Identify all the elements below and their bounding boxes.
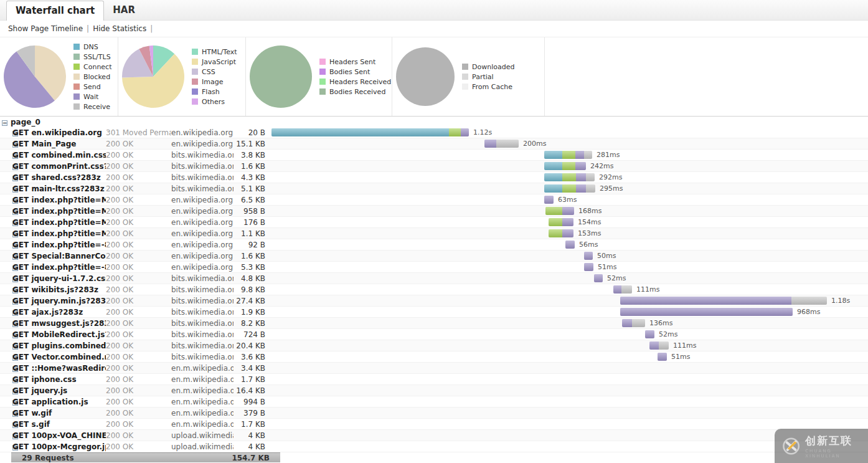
table-row[interactable]: +GET MobileRedirect.js?200 OKbits.wikime… xyxy=(0,329,868,340)
segment-connect xyxy=(549,218,562,226)
segment-wait xyxy=(562,229,573,237)
request-size: 4 KB xyxy=(234,442,270,451)
segment-wait xyxy=(658,353,667,361)
table-row[interactable]: +GET Vector.combined.m200 OKbits.wikimed… xyxy=(0,351,868,363)
total-requests: 29 Requests xyxy=(11,454,188,462)
request-size: 27.4 KB xyxy=(234,297,270,305)
request-size: 994 B xyxy=(234,398,270,406)
segment-wait xyxy=(576,173,586,181)
table-row[interactable]: +GET combined.min.css?200 OKbits.wikimed… xyxy=(0,150,868,161)
bar-time-label: 1.18s xyxy=(831,297,850,305)
legend-label: Headers Sent xyxy=(329,58,375,66)
segment-receive xyxy=(632,319,645,327)
expand-cell: + xyxy=(0,297,12,305)
expand-cell: + xyxy=(0,252,12,260)
table-row[interactable]: +GET index.php?title=M200 OKen.wikipedia… xyxy=(0,206,868,217)
request-name: GET index.php?title=M xyxy=(12,218,106,227)
toolbar-link-hide-statistics[interactable]: Hide Statistics xyxy=(89,24,150,33)
tab-har[interactable]: HAR xyxy=(104,1,144,20)
table-row[interactable]: +GET ajax.js?283z200 OKbits.wikimedia.or… xyxy=(0,307,868,318)
legend-swatch-icon xyxy=(73,54,80,60)
table-row[interactable]: +GET application.js200 OKen.m.wikipedia.… xyxy=(0,396,868,408)
table-row[interactable]: +GET index.php?title=-8200 OKen.wikipedi… xyxy=(0,239,868,251)
waterfall-bar xyxy=(658,353,667,361)
legend-label: SSL/TLS xyxy=(83,53,111,61)
table-row[interactable]: +GET mwsuggest.js?283200 OKbits.wikimedi… xyxy=(0,318,868,329)
watermark-logo-icon xyxy=(782,437,800,456)
bar-time-label: 968ms xyxy=(797,308,820,316)
request-domain: bits.wikimedia.org xyxy=(171,341,234,350)
table-row[interactable]: +GET jquery.js200 OKen.m.wikipedia.org16… xyxy=(0,385,868,396)
table-row[interactable]: +GET 100px-Mcgregor.jp200 OKupload.wikim… xyxy=(0,441,868,452)
table-row[interactable]: +GET ::Home?wasRedirec200 OKen.m.wikiped… xyxy=(0,363,868,374)
legend-label: HTML/Text xyxy=(202,48,237,56)
legend-label: Others xyxy=(202,98,225,106)
request-name: GET 100px-VOA_CHINE xyxy=(12,431,106,440)
collapse-icon[interactable]: − xyxy=(2,120,7,126)
table-row[interactable]: +GET index.php?title=M200 OKen.wikipedia… xyxy=(0,217,868,228)
bar-time-label: 153ms xyxy=(578,229,601,237)
table-row[interactable]: +GET index.php?title=M200 OKen.wikipedia… xyxy=(0,194,868,206)
legend-swatch-icon xyxy=(192,49,198,55)
table-row[interactable]: +GET index.php?title=-8200 OKen.wikipedi… xyxy=(0,262,868,273)
toolbar-link-show-page-timeline[interactable]: Show Page Timeline xyxy=(4,24,87,33)
legend-swatch-icon xyxy=(192,79,198,85)
request-size: 4.3 KB xyxy=(234,173,270,182)
table-row[interactable]: +GET s.gif200 OKen.m.wikipedia.org1.7 KB xyxy=(0,419,868,430)
bar-time-label: 111ms xyxy=(636,285,659,294)
legend-item: Connect xyxy=(73,62,111,72)
table-row[interactable]: +GET Main_Page200 OKen.wikipedia.org15.1… xyxy=(0,138,868,150)
table-row[interactable]: +GET w.gif200 OKen.m.wikipedia.org379 B xyxy=(0,408,868,419)
table-row[interactable]: +GET main-ltr.css?283z200 OKbits.wikimed… xyxy=(0,183,868,194)
waterfall-cell xyxy=(270,363,868,374)
legend-label: Partial xyxy=(472,73,494,81)
waterfall-cell: 200ms xyxy=(270,138,868,150)
waterfall-cell: 51ms xyxy=(270,351,868,363)
table-row[interactable]: +GET shared.css?283z200 OKbits.wikimedia… xyxy=(0,172,868,183)
table-row[interactable]: +GET 100px-VOA_CHINE200 OKupload.wikimed… xyxy=(0,430,868,441)
waterfall-cell: 63ms xyxy=(270,194,868,206)
request-domain: bits.wikimedia.org xyxy=(171,162,234,171)
request-name: GET main-ltr.css?283z xyxy=(12,184,106,193)
stat-box-content-types: HTML/TextJavaScriptCSSImageFlashOthers xyxy=(118,37,246,116)
table-row[interactable]: +GET en.wikipedia.org301 Moved Permanent… xyxy=(0,127,868,138)
segment-wait xyxy=(584,263,593,271)
legend-item: SSL/TLS xyxy=(73,52,111,62)
legend-swatch-icon xyxy=(192,88,198,95)
request-name: GET application.js xyxy=(12,398,106,406)
table-row[interactable]: +GET Special:BannerCont200 OKen.wikipedi… xyxy=(0,251,868,262)
segment-wait xyxy=(461,128,469,136)
legend-item: Others xyxy=(192,97,237,107)
waterfall-bar xyxy=(544,162,586,170)
segment-dns xyxy=(544,151,562,159)
segment-dns xyxy=(544,184,562,193)
table-row[interactable]: +GET wikibits.js?283z200 OKbits.wikimedi… xyxy=(0,284,868,295)
table-row[interactable]: +GET plugins.combined.m200 OKbits.wikime… xyxy=(0,340,868,351)
table-row[interactable]: +GET commonPrint.css?2200 OKbits.wikimed… xyxy=(0,161,868,172)
request-size: 3.6 KB xyxy=(234,353,270,361)
request-size: 5.1 KB xyxy=(234,184,270,193)
table-row[interactable]: +GET index.php?title=M200 OKen.wikipedia… xyxy=(0,228,868,239)
request-name: GET ::Home?wasRedirec xyxy=(12,364,106,373)
tab-waterfall-chart[interactable]: Waterfall chart xyxy=(6,1,104,21)
bar-time-label: 111ms xyxy=(673,341,696,350)
request-size: 6.5 KB xyxy=(234,196,270,204)
request-name: GET s.gif xyxy=(12,420,106,429)
group-row[interactable]: − page_0 xyxy=(0,117,868,127)
table-row[interactable]: +GET jquery-ui-1.7.2.css200 OKbits.wikim… xyxy=(0,273,868,284)
legend-item: JavaScript xyxy=(192,57,237,67)
request-status: 200 OK xyxy=(106,196,171,204)
legend-label: Receive xyxy=(83,103,110,111)
request-name: GET jquery.js xyxy=(12,386,106,395)
request-domain: en.wikipedia.org xyxy=(171,263,234,272)
request-size: 20.4 KB xyxy=(234,341,270,350)
table-row[interactable]: +GET jquery.min.js?283z200 OKbits.wikime… xyxy=(0,295,868,307)
request-name: GET mwsuggest.js?283 xyxy=(12,319,106,328)
legend-item: Receive xyxy=(73,102,111,112)
legend-swatch-icon xyxy=(192,59,198,65)
waterfall-cell: 51ms xyxy=(270,262,868,273)
segment-connect xyxy=(562,151,575,159)
segment-wait xyxy=(645,330,654,338)
request-name: GET w.gif xyxy=(12,409,106,418)
table-row[interactable]: +GET iphone.css200 OKen.m.wikipedia.org1… xyxy=(0,374,868,385)
